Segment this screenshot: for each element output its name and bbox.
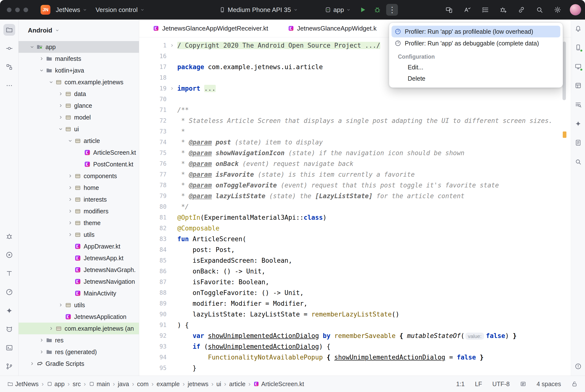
- app-inspection-tool-button[interactable]: [4, 230, 15, 242]
- line-number[interactable]: 72: [139, 117, 167, 124]
- breadcrumb-item-example[interactable]: example: [157, 380, 180, 388]
- device-selector[interactable]: Medium Phone API 35: [216, 4, 301, 16]
- structure-tool-button[interactable]: [4, 61, 15, 73]
- run-menu-item[interactable]: Profiler: Run 'app' as profileable (low …: [392, 26, 560, 38]
- tree-item-com-example-jetnews-an[interactable]: com.example.jetnews (an: [19, 322, 139, 334]
- chevron-right-icon[interactable]: [38, 349, 46, 354]
- breadcrumb-item-main[interactable]: main: [89, 380, 110, 388]
- tree-item-article[interactable]: article: [19, 135, 139, 147]
- line-number[interactable]: 76: [139, 160, 167, 167]
- chevron-right-icon[interactable]: [47, 326, 55, 331]
- code-line[interactable]: 88 onToggleFavorite: () -> Unit,: [139, 288, 571, 298]
- tree-item-utils[interactable]: utils: [19, 299, 139, 311]
- chevron-right-icon[interactable]: [38, 56, 46, 61]
- task-list-button[interactable]: [479, 4, 491, 16]
- run-menu-action-edit[interactable]: Edit...: [392, 62, 560, 73]
- chevron-right-icon[interactable]: [57, 103, 65, 108]
- more-tool-button[interactable]: [4, 80, 15, 92]
- tree-item-interests[interactable]: interests: [19, 194, 139, 205]
- code-line[interactable]: 71/**: [139, 104, 571, 115]
- tree-item-manifests[interactable]: manifests: [19, 53, 139, 64]
- chevron-right-icon[interactable]: [38, 338, 46, 343]
- fold-toggle-icon[interactable]: [167, 86, 177, 91]
- running-devices-tool-button[interactable]: [573, 61, 583, 72]
- tree-item-home[interactable]: home: [19, 182, 139, 194]
- tree-item-modifiers[interactable]: modifiers: [19, 205, 139, 217]
- line-number[interactable]: 18: [139, 74, 167, 81]
- code-line[interactable]: 83fun ArticleScreen(: [139, 234, 571, 244]
- tree-item-data[interactable]: data: [19, 88, 139, 100]
- code-assistant-button[interactable]: [461, 4, 473, 16]
- breadcrumb-item-jetnews[interactable]: jetnews: [188, 380, 208, 388]
- line-number[interactable]: 88: [139, 289, 167, 296]
- line-number[interactable]: 78: [139, 182, 167, 189]
- tree-item-ui[interactable]: ui: [19, 123, 139, 135]
- chevron-down-icon[interactable]: [47, 80, 55, 85]
- tree-item-gradle-scripts[interactable]: Gradle Scripts: [19, 358, 139, 370]
- tree-item-res[interactable]: res: [19, 334, 139, 346]
- editor-tab-jetnewsglanceappwidgetreceiver-kt[interactable]: JetnewsGlanceAppWidgetReceiver.kt: [143, 20, 278, 37]
- zoom-window-button[interactable]: [24, 8, 28, 12]
- chevron-right-icon[interactable]: [66, 185, 74, 190]
- tree-item-components[interactable]: components: [19, 170, 139, 182]
- debug-button[interactable]: [371, 4, 383, 16]
- code-line[interactable]: 73 *: [139, 126, 571, 137]
- chevron-right-icon[interactable]: [66, 208, 74, 214]
- code-line[interactable]: 79 * @param lazyListState (state) the [L…: [139, 190, 571, 202]
- app-insights-tool-button[interactable]: [573, 99, 583, 110]
- code-line[interactable]: 90 lazyListState: LazyListState = rememb…: [139, 309, 571, 320]
- tree-item-res-generated[interactable]: res (generated): [19, 346, 139, 358]
- indent-setting[interactable]: 4 spaces: [536, 380, 561, 388]
- line-number[interactable]: 83: [139, 236, 167, 242]
- breadcrumb-item-article[interactable]: article: [229, 380, 246, 388]
- code-line[interactable]: 93 if (showUnimplementedActionDialog) {: [139, 341, 571, 352]
- close-window-button[interactable]: [7, 8, 12, 12]
- commit-tool-button[interactable]: [4, 42, 15, 54]
- line-number[interactable]: 74: [139, 139, 167, 146]
- chevron-right-icon[interactable]: [57, 114, 65, 120]
- layout-inspector-tool-button[interactable]: [573, 80, 583, 91]
- code-line[interactable]: 92 var showUnimplementedActionDialog by …: [139, 330, 571, 341]
- tree-item-jetnewsapp-kt[interactable]: JetnewsApp.kt: [19, 252, 139, 264]
- project-view-selector[interactable]: Android: [19, 20, 139, 41]
- tree-item-jetnewsapplication[interactable]: JetnewsApplication: [19, 311, 139, 322]
- editor-tab-jetnewsglanceappwidget-k[interactable]: JetnewsGlanceAppWidget.k: [278, 20, 386, 37]
- user-avatar[interactable]: [570, 4, 581, 16]
- vcs-widget[interactable]: Version control: [93, 4, 148, 16]
- todo-tool-button[interactable]: [4, 268, 15, 279]
- tree-item-articlescreen-kt[interactable]: ArticleScreen.kt: [19, 147, 139, 158]
- line-number[interactable]: 70: [139, 96, 167, 103]
- tree-item-jetnewsnavgraph[interactable]: JetnewsNavGraph.: [19, 264, 139, 276]
- problems-tool-button[interactable]: [573, 361, 583, 372]
- chevron-right-icon[interactable]: [57, 302, 65, 308]
- code-line[interactable]: 87 isFavorite: Boolean,: [139, 277, 571, 288]
- code-line[interactable]: 76 * @param onBack (event) request navig…: [139, 158, 571, 169]
- fold-toggle-icon[interactable]: [167, 43, 177, 48]
- chevron-right-icon[interactable]: [66, 220, 74, 226]
- editor-scrollbar[interactable]: [562, 42, 566, 100]
- code-line[interactable]: 85 isExpandedScreen: Boolean,: [139, 255, 571, 266]
- line-number[interactable]: 81: [139, 214, 167, 221]
- lock-icon[interactable]: [571, 381, 578, 387]
- line-number[interactable]: 93: [139, 343, 167, 350]
- code-line[interactable]: 80 */: [139, 202, 571, 212]
- tree-item-app[interactable]: app: [19, 41, 139, 53]
- code-line[interactable]: 75 * @param showNavigationIcon (state) i…: [139, 148, 571, 158]
- device-mirroring-button[interactable]: [443, 4, 455, 16]
- line-number[interactable]: 79: [139, 192, 167, 200]
- chevron-right-icon[interactable]: [28, 361, 36, 366]
- assistant-tool-button[interactable]: [573, 118, 583, 129]
- line-number[interactable]: 85: [139, 257, 167, 264]
- settings-button[interactable]: [552, 4, 563, 16]
- line-number[interactable]: 95: [139, 365, 167, 372]
- line-number[interactable]: 91: [139, 322, 167, 328]
- terminal-tool-button[interactable]: [4, 342, 15, 354]
- line-number[interactable]: 75: [139, 150, 167, 156]
- chevron-right-icon[interactable]: [66, 173, 74, 179]
- code-line[interactable]: 82@Composable: [139, 223, 571, 234]
- chevron-right-icon[interactable]: [66, 232, 74, 237]
- line-number[interactable]: 82: [139, 225, 167, 232]
- line-number[interactable]: 16: [139, 53, 167, 60]
- code-line[interactable]: 81@OptIn(ExperimentalMaterial3Api::class…: [139, 212, 571, 223]
- minimize-window-button[interactable]: [15, 8, 20, 12]
